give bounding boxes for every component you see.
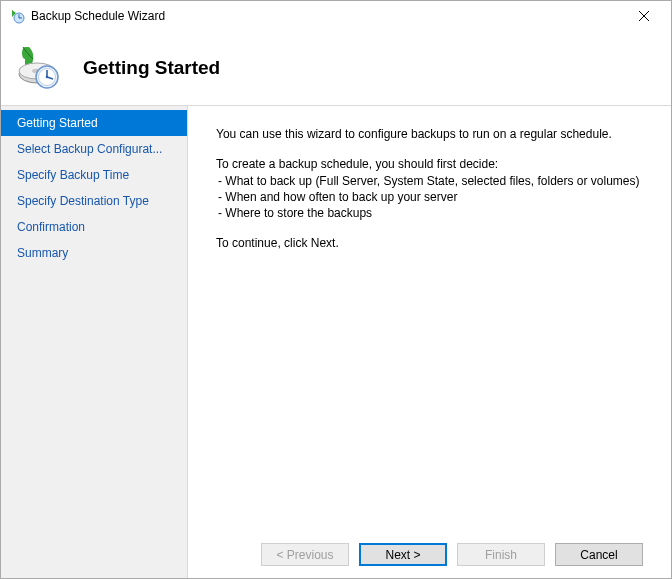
sidebar-item-specify-backup-time[interactable]: Specify Backup Time [1, 162, 187, 188]
steps-sidebar: Getting Started Select Backup Configurat… [1, 106, 187, 578]
next-button[interactable]: Next > [359, 543, 447, 566]
page-title: Getting Started [83, 57, 220, 79]
previous-button: < Previous [261, 543, 349, 566]
sidebar-item-label: Specify Destination Type [17, 194, 149, 208]
bullet-item: - Where to store the backups [216, 205, 643, 221]
decide-label: To create a backup schedule, you should … [216, 156, 643, 172]
sidebar-item-label: Confirmation [17, 220, 85, 234]
sidebar-item-select-backup-configuration[interactable]: Select Backup Configurat... [1, 136, 187, 162]
sidebar-item-label: Select Backup Configurat... [17, 142, 162, 156]
sidebar-item-summary[interactable]: Summary [1, 240, 187, 266]
sidebar-item-confirmation[interactable]: Confirmation [1, 214, 187, 240]
spacer [216, 251, 643, 543]
bullet-item: - What to back up (Full Server, System S… [216, 173, 643, 189]
content-panel: You can use this wizard to configure bac… [188, 106, 671, 578]
button-bar: < Previous Next > Finish Cancel [216, 543, 643, 568]
wizard-window: Backup Schedule Wizard Getting St [0, 0, 672, 579]
wizard-header: Getting Started [1, 31, 671, 105]
sidebar-item-label: Specify Backup Time [17, 168, 129, 182]
svg-point-12 [46, 76, 49, 79]
finish-button: Finish [457, 543, 545, 566]
close-button[interactable] [623, 2, 665, 30]
continue-text: To continue, click Next. [216, 235, 643, 251]
wizard-header-icon [15, 45, 61, 91]
close-icon [639, 11, 649, 21]
window-title: Backup Schedule Wizard [31, 9, 165, 23]
sidebar-item-label: Summary [17, 246, 68, 260]
sidebar-item-label: Getting Started [17, 116, 98, 130]
cancel-button[interactable]: Cancel [555, 543, 643, 566]
titlebar: Backup Schedule Wizard [1, 1, 671, 31]
intro-text: You can use this wizard to configure bac… [216, 126, 643, 142]
bullet-item: - When and how often to back up your ser… [216, 189, 643, 205]
wizard-body: Getting Started Select Backup Configurat… [1, 106, 671, 578]
content-text: You can use this wizard to configure bac… [216, 126, 643, 251]
sidebar-item-specify-destination-type[interactable]: Specify Destination Type [1, 188, 187, 214]
sidebar-item-getting-started[interactable]: Getting Started [1, 110, 187, 136]
app-icon [9, 8, 25, 24]
